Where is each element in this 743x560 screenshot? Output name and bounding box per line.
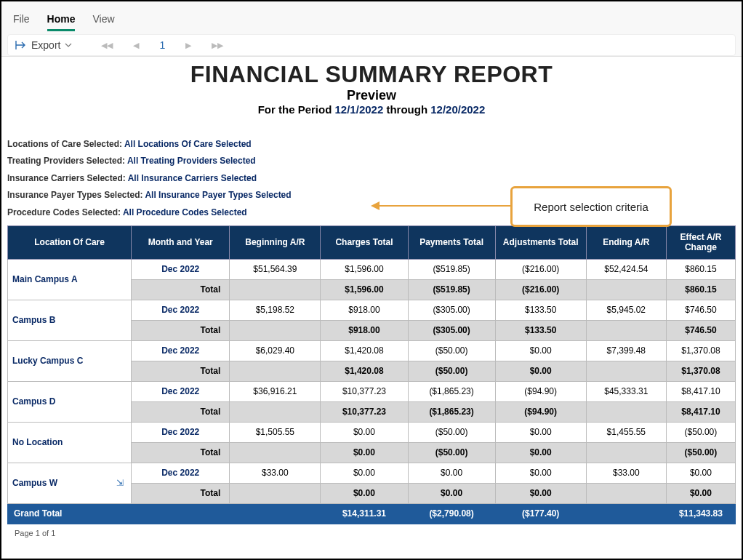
col-beginning-ar: Beginning A/R — [230, 225, 321, 259]
data-cell: ($2,790.08) — [408, 503, 495, 524]
report-subtitle: Preview — [7, 88, 736, 103]
period-mid: through — [383, 103, 430, 116]
period-prefix: For the Period — [258, 103, 335, 116]
data-cell: Dec 2022 — [132, 422, 230, 442]
table-row: Campus DDec 2022$36,916.21$10,377.23($1,… — [8, 381, 736, 401]
data-cell — [586, 320, 666, 340]
pager-last-icon[interactable]: ▶▶ — [212, 41, 223, 50]
data-cell: ($50.00) — [666, 442, 735, 463]
data-cell — [586, 483, 666, 503]
data-cell: $10,377.23 — [321, 401, 408, 422]
data-cell: $36,916.21 — [230, 381, 321, 401]
data-cell: ($177.40) — [495, 503, 586, 524]
location-cell: Lucky Campus C — [8, 340, 132, 381]
data-cell: $746.50 — [666, 320, 735, 340]
report-title: FINANCIAL SUMMARY REPORT — [7, 61, 736, 88]
toolbar: Export ◀◀ ◀ 1 ▶ ▶▶ — [7, 34, 736, 56]
table-header-row: Location Of Care Month and Year Beginnin… — [8, 225, 736, 259]
subtotal-label: Total — [132, 483, 230, 503]
data-cell: Dec 2022 — [132, 340, 230, 361]
pager-first-icon[interactable]: ◀◀ — [101, 41, 113, 50]
criteria-label: Insurance Payer Types Selected: — [7, 190, 145, 200]
criteria-value: All Insurance Carriers Selected — [128, 173, 257, 183]
app-chrome: File Home View Export ◀◀ ◀ 1 ▶ ▶▶ — [1, 1, 742, 57]
pager: ◀◀ ◀ 1 ▶ ▶▶ — [101, 39, 223, 51]
chevron-down-icon — [65, 41, 72, 49]
data-cell: $8,417.10 — [666, 401, 735, 422]
page-footer: Page 1 of 1 — [7, 524, 736, 542]
data-cell: $0.00 — [666, 463, 735, 483]
col-ending-ar: Ending A/R — [586, 225, 666, 259]
data-cell: $1,370.08 — [666, 340, 735, 361]
data-cell: $133.50 — [495, 320, 586, 340]
data-cell: $1,455.55 — [586, 422, 666, 442]
table-row: No LocationDec 2022$1,505.55$0.00($50.00… — [8, 422, 736, 442]
data-cell: ($519.85) — [408, 279, 495, 300]
data-cell: $0.00 — [495, 361, 586, 381]
data-cell — [586, 279, 666, 300]
data-cell: $6,029.40 — [230, 340, 321, 361]
data-cell: $0.00 — [495, 483, 586, 503]
data-cell — [586, 361, 666, 381]
grand-total-label: Grand Total — [8, 503, 132, 524]
data-cell: $0.00 — [408, 463, 495, 483]
report-title-block: FINANCIAL SUMMARY REPORT Preview For the… — [7, 61, 736, 116]
callout-arrow — [372, 205, 510, 207]
export-label: Export — [31, 39, 60, 51]
data-cell: $11,343.83 — [666, 503, 735, 524]
data-cell — [230, 401, 321, 422]
data-cell: ($216.00) — [495, 259, 586, 279]
data-cell: $860.15 — [666, 279, 735, 300]
data-cell: $133.50 — [495, 300, 586, 320]
resize-handle-icon[interactable]: ⇲ — [116, 478, 124, 488]
subtotal-label: Total — [132, 361, 230, 381]
col-month: Month and Year — [132, 225, 230, 259]
data-cell: $0.00 — [495, 463, 586, 483]
data-cell: $0.00 — [495, 422, 586, 442]
grand-total-row: Grand Total$14,311.31($2,790.08)($177.40… — [8, 503, 736, 524]
data-cell: Dec 2022 — [132, 259, 230, 279]
col-adjustments: Adjustments Total — [495, 225, 586, 259]
data-cell: $5,945.02 — [586, 300, 666, 320]
period-start: 12/1/2022 — [335, 103, 384, 116]
data-cell: $10,377.23 — [321, 381, 408, 401]
summary-table: Location Of Care Month and Year Beginnin… — [7, 225, 736, 524]
pager-prev-icon[interactable]: ◀ — [133, 41, 139, 50]
data-cell: ($305.00) — [408, 300, 495, 320]
criteria-label: Locations of Care Selected: — [7, 139, 124, 149]
data-cell: $918.00 — [321, 320, 408, 340]
menu-home[interactable]: Home — [47, 13, 76, 31]
export-button[interactable]: Export — [15, 39, 72, 51]
criteria-row: Locations of Care Selected: All Location… — [7, 136, 736, 153]
period-end: 12/20/2022 — [430, 103, 485, 116]
data-cell: $33.00 — [230, 463, 321, 483]
callout-text: Report selection criteria — [534, 201, 648, 213]
criteria-row: Treating Providers Selected: All Treatin… — [7, 153, 736, 169]
subtotal-label: Total — [132, 401, 230, 422]
location-cell: Campus B — [8, 300, 132, 340]
menu-view[interactable]: View — [92, 13, 114, 31]
data-cell: $1,596.00 — [321, 259, 408, 279]
subtotal-label: Total — [132, 442, 230, 463]
data-cell: ($50.00) — [408, 442, 495, 463]
data-cell: $0.00 — [666, 483, 735, 503]
menu-file[interactable]: File — [13, 13, 30, 31]
table-row: Campus W ⇲Dec 2022$33.00$0.00$0.00$0.00$… — [8, 463, 736, 483]
location-cell: Campus D — [8, 381, 132, 422]
col-effect: Effect A/R Change — [666, 225, 735, 259]
data-cell: $860.15 — [666, 259, 735, 279]
data-cell: $7,399.48 — [586, 340, 666, 361]
table-row: Campus BDec 2022$5,198.52$918.00($305.00… — [8, 300, 736, 320]
data-cell: $918.00 — [321, 300, 408, 320]
export-icon — [15, 40, 27, 50]
subtotal-label: Total — [132, 279, 230, 300]
data-cell — [586, 401, 666, 422]
data-cell: ($50.00) — [408, 340, 495, 361]
data-cell: $0.00 — [321, 483, 408, 503]
criteria-value: All Procedure Codes Selected — [123, 207, 247, 217]
data-cell: ($50.00) — [408, 422, 495, 442]
callout-box: Report selection criteria — [510, 186, 672, 227]
data-cell — [230, 503, 321, 524]
pager-next-icon[interactable]: ▶ — [185, 41, 191, 50]
data-cell: Dec 2022 — [132, 300, 230, 320]
